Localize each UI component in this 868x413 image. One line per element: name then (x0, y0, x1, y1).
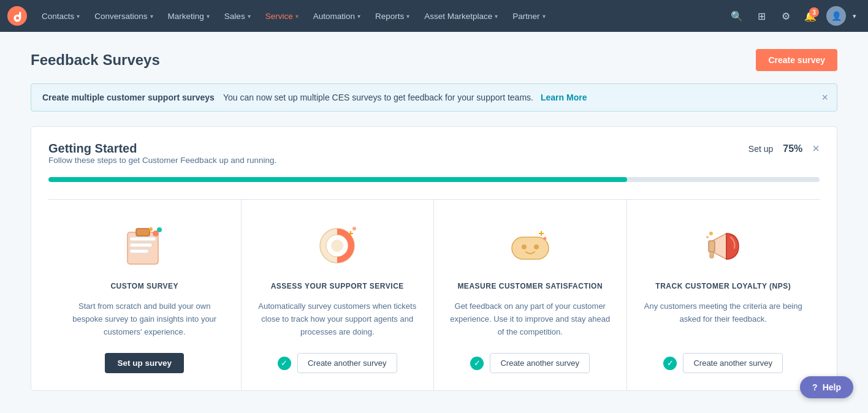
navbar: Contacts ▾ Conversations ▾ Marketing ▾ S… (0, 0, 868, 32)
svg-point-18 (534, 244, 539, 249)
nav-contacts[interactable]: Contacts ▾ (34, 0, 87, 32)
info-banner: Create multiple customer support surveys… (31, 83, 837, 112)
customer-satisfaction-check-icon: ✓ (470, 357, 484, 370)
svg-rect-5 (130, 249, 148, 253)
customer-satisfaction-create-another-button[interactable]: Create another survey (490, 353, 590, 373)
custom-survey-title: Custom Survey (110, 282, 178, 290)
search-button[interactable]: 🔍 (726, 5, 748, 27)
svg-point-8 (157, 227, 162, 232)
getting-started-right: Set up 75% × (748, 142, 820, 156)
svg-rect-16 (512, 237, 549, 259)
sales-chevron-icon: ▾ (248, 13, 251, 20)
progress-percent: 75% (783, 143, 802, 154)
custom-survey-card: Custom Survey Start from scratch and bui… (48, 200, 242, 390)
settings-button[interactable]: ⚙ (775, 5, 797, 27)
svg-point-12 (331, 240, 343, 252)
support-service-icon (310, 217, 365, 272)
svg-point-17 (522, 244, 527, 249)
banner-text: You can now set up multiple CES surveys … (223, 93, 533, 102)
svg-rect-23 (710, 252, 714, 258)
contacts-chevron-icon: ▾ (77, 13, 80, 20)
customer-satisfaction-desc: Get feedback on any part of your custome… (449, 300, 612, 338)
support-service-create-another-button[interactable]: Create another survey (297, 353, 397, 373)
getting-started-subtitle: Follow these steps to get Customer Feedb… (48, 156, 276, 165)
nps-completed-row: ✓ Create another survey (663, 353, 783, 373)
nav-right: 🔍 ⊞ ⚙ 🔔 3 👤 ▾ (726, 5, 861, 27)
support-service-desc: Automatically survey customers when tick… (256, 300, 419, 338)
support-service-completed-row: ✓ Create another survey (278, 353, 397, 373)
support-service-card: Assess Your Support Service Automaticall… (242, 200, 435, 390)
svg-rect-4 (130, 243, 152, 247)
nps-check-icon: ✓ (663, 357, 677, 370)
page-header: Feedback Surveys Create survey (31, 49, 837, 71)
customer-satisfaction-title: Measure Customer Satisfaction (457, 282, 603, 290)
nav-reports[interactable]: Reports ▾ (368, 0, 417, 32)
partner-chevron-icon: ▾ (542, 13, 546, 20)
gear-icon: ⚙ (782, 10, 790, 22)
support-service-check-icon: ✓ (278, 357, 291, 370)
help-icon: ? (812, 382, 818, 392)
getting-started-card: Getting Started Follow these steps to ge… (31, 126, 837, 391)
account-chevron-icon: ▾ (853, 12, 856, 20)
nav-partner[interactable]: Partner ▾ (505, 0, 552, 32)
nav-sales[interactable]: Sales ▾ (217, 0, 258, 32)
notification-badge: 3 (809, 7, 819, 17)
nps-create-another-button[interactable]: Create another survey (683, 353, 783, 373)
custom-survey-setup-button[interactable]: Set up survey (105, 353, 184, 373)
nav-conversations[interactable]: Conversations ▾ (87, 0, 160, 32)
svg-point-9 (149, 227, 153, 231)
setup-label: Set up (748, 144, 773, 154)
grid-icon: ⊞ (758, 10, 766, 22)
support-service-title: Assess Your Support Service (271, 282, 404, 290)
help-label: Help (823, 382, 841, 392)
help-button[interactable]: ? Help (800, 376, 853, 398)
notifications-button[interactable]: 🔔 3 (799, 5, 821, 27)
banner-title: Create multiple customer support surveys (42, 93, 215, 102)
survey-cards: Custom Survey Start from scratch and bui… (48, 199, 820, 390)
avatar[interactable]: 👤 (826, 6, 846, 26)
nav-asset-marketplace[interactable]: Asset Marketplace ▾ (417, 0, 505, 32)
service-chevron-icon: ▾ (295, 13, 299, 20)
reports-chevron-icon: ▾ (406, 13, 409, 20)
getting-started-header: Getting Started Follow these steps to ge… (48, 142, 820, 175)
nps-title: Track Customer Loyalty (NPS) (655, 282, 791, 290)
getting-started-close-button[interactable]: × (812, 142, 820, 156)
svg-point-25 (706, 236, 709, 238)
create-survey-button[interactable]: Create survey (756, 49, 837, 71)
svg-point-15 (352, 227, 356, 230)
svg-point-1 (16, 17, 19, 20)
svg-rect-6 (136, 229, 150, 236)
marketing-chevron-icon: ▾ (207, 13, 210, 20)
svg-rect-3 (130, 237, 156, 241)
banner-learn-more-link[interactable]: Learn More (541, 93, 587, 102)
customer-satisfaction-icon (503, 217, 558, 272)
account-chevron[interactable]: ▾ (848, 5, 861, 27)
getting-started-left: Getting Started Follow these steps to ge… (48, 142, 276, 175)
page-content: Feedback Surveys Create survey Create mu… (11, 32, 857, 411)
nav-marketing[interactable]: Marketing ▾ (161, 0, 217, 32)
nps-card: Track Customer Loyalty (NPS) Any custome… (627, 200, 820, 390)
svg-point-24 (709, 232, 713, 235)
nav-service[interactable]: Service ▾ (258, 0, 306, 32)
nav-items: Contacts ▾ Conversations ▾ Marketing ▾ S… (34, 0, 726, 32)
progress-bar-container (48, 177, 820, 182)
nps-desc: Any customers meeting the criteria are b… (642, 300, 805, 338)
search-icon: 🔍 (731, 10, 743, 22)
progress-bar-fill (48, 177, 627, 182)
banner-close-button[interactable]: × (821, 91, 828, 104)
automation-chevron-icon: ▾ (357, 13, 360, 20)
customer-satisfaction-card: Measure Customer Satisfaction Get feedba… (434, 200, 627, 390)
hubspot-logo[interactable] (7, 6, 27, 26)
page-title: Feedback Surveys (31, 51, 160, 69)
svg-point-21 (543, 237, 546, 240)
getting-started-title: Getting Started (48, 142, 276, 156)
custom-survey-desc: Start from scratch and build your own be… (63, 300, 226, 338)
grid-button[interactable]: ⊞ (750, 5, 772, 27)
custom-survey-icon (117, 217, 172, 272)
customer-satisfaction-completed-row: ✓ Create another survey (470, 353, 590, 373)
nav-automation[interactable]: Automation ▾ (306, 0, 368, 32)
nps-icon (696, 217, 751, 272)
conversations-chevron-icon: ▾ (150, 13, 153, 20)
avatar-icon: 👤 (831, 11, 842, 21)
svg-rect-22 (709, 241, 715, 252)
